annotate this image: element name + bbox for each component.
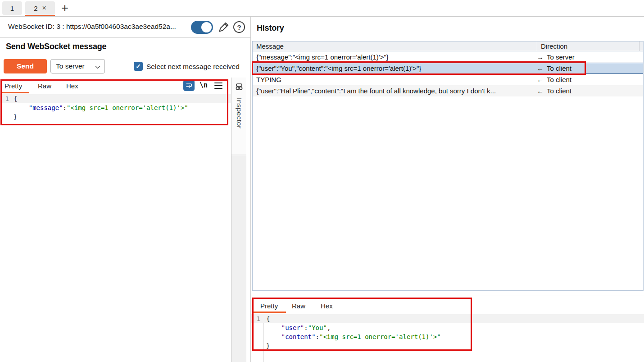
inspector-tab-label: Inspector	[235, 98, 243, 128]
direction-label: To client	[547, 87, 571, 95]
active-editor-tab-underline	[2, 92, 29, 93]
websocket-id-label: WebSocket ID: 3 : https://0a5f004603ac3a…	[8, 23, 176, 31]
select-next-message-label: Select next message received	[146, 63, 240, 71]
editor-tab-hex[interactable]: Hex	[66, 82, 78, 90]
arrow-left-icon: ←	[537, 76, 544, 83]
code-line[interactable]: 1{	[251, 314, 644, 323]
history-table-header: Message Direction	[253, 41, 643, 51]
edit-pencil-icon[interactable]	[217, 21, 230, 33]
editor-menu-icon[interactable]	[214, 82, 222, 89]
history-rows: {"message":"<img src=1 onerror='alert(1)…	[253, 51, 643, 96]
line-number	[251, 332, 260, 341]
selected-message-viewer[interactable]: 1{ "user":"You", "content":"<img src=1 o…	[251, 314, 644, 350]
arrow-left-icon: ←	[537, 87, 544, 95]
connection-toggle[interactable]	[191, 21, 213, 34]
direction-dropdown-value: To server	[56, 62, 85, 70]
direction-label: To client	[547, 76, 571, 83]
send-button[interactable]: Send	[4, 59, 47, 73]
editor-tab-raw[interactable]: Raw	[38, 82, 51, 90]
viewer-tab-pretty[interactable]: Pretty	[260, 302, 278, 310]
viewer-tab-raw[interactable]: Raw	[292, 302, 305, 310]
history-direction-cell: →To server	[537, 53, 643, 61]
code-line[interactable]: }	[251, 341, 644, 350]
send-message-editor[interactable]: 1{ "message":"<img src=1 onerror='alert(…	[0, 94, 231, 121]
history-row[interactable]: {"user":"Hal Pline","content":"I am the …	[253, 85, 643, 96]
history-message-cell: {"message":"<img src=1 onerror='alert(1)…	[253, 53, 537, 61]
code-line[interactable]: "user":"You",	[251, 323, 644, 332]
column-header-direction[interactable]: Direction	[537, 41, 639, 51]
tab-label: 2	[34, 5, 37, 12]
viewer-tab-hex[interactable]: Hex	[321, 302, 333, 310]
websocket-id-bar: WebSocket ID: 3 : https://0a5f004603ac3a…	[0, 17, 250, 38]
line-number: 1	[251, 314, 260, 323]
panel-split-divider[interactable]	[250, 17, 251, 362]
gutter-divider	[11, 93, 11, 362]
repeater-tab-2[interactable]: 2 ×	[25, 1, 55, 15]
history-viewer-divider[interactable]	[251, 295, 644, 295]
history-table: Message Direction {"message":"<img src=1…	[252, 41, 644, 291]
line-number	[0, 112, 9, 121]
show-newlines-button[interactable]: \n	[200, 81, 208, 89]
line-number: 1	[0, 94, 9, 103]
column-header-spacer	[639, 41, 643, 51]
line-number	[251, 323, 260, 332]
history-direction-cell: ←To client	[537, 64, 643, 72]
history-message-cell: {"user":"You","content":"<img src=1 oner…	[253, 64, 537, 72]
direction-label: To client	[547, 64, 571, 72]
checkmark-icon: ✓	[136, 63, 141, 70]
select-next-message-checkbox[interactable]: ✓	[134, 62, 143, 71]
history-direction-cell: ←To client	[537, 76, 643, 83]
inspector-sidebar: Inspector	[231, 78, 246, 362]
line-number	[0, 103, 9, 112]
close-tab-icon[interactable]: ×	[42, 5, 46, 12]
code-line[interactable]: "content":"<img src=1 onerror='alert(1)'…	[251, 332, 644, 341]
editor-tab-pretty[interactable]: Pretty	[5, 82, 22, 90]
direction-label: To server	[547, 53, 575, 61]
inspector-glasses-icon	[234, 82, 244, 92]
code-line[interactable]: }	[0, 112, 231, 121]
code-line[interactable]: 1{	[0, 94, 231, 103]
repeater-tab-1[interactable]: 1	[2, 1, 22, 15]
help-icon[interactable]: ?	[233, 21, 245, 33]
chevron-down-icon	[95, 65, 100, 69]
column-header-message[interactable]: Message	[253, 41, 537, 51]
history-direction-cell: ←To client	[537, 87, 643, 95]
history-row[interactable]: {"user":"You","content":"<img src=1 oner…	[253, 63, 643, 74]
inspector-tab[interactable]: Inspector	[231, 78, 246, 155]
history-message-cell: TYPING	[253, 76, 537, 83]
code-line[interactable]: "message":"<img src=1 onerror='alert(1)'…	[0, 103, 231, 112]
history-row[interactable]: TYPING←To client	[253, 74, 643, 85]
active-viewer-tab-underline	[253, 312, 286, 313]
burp-websocket-repeater-window: 1 2 × + WebSocket ID: 3 : https://0a5f00…	[0, 0, 644, 362]
tab-label: 1	[10, 5, 14, 12]
line-number	[251, 341, 260, 350]
direction-dropdown[interactable]: To server	[50, 59, 105, 73]
repeater-tab-bar: 1 2 × +	[0, 0, 644, 17]
word-wrap-toggle-icon[interactable]	[183, 80, 195, 91]
active-tab-underline	[25, 15, 55, 16]
toggle-knob	[201, 22, 212, 32]
history-row[interactable]: {"message":"<img src=1 onerror='alert(1)…	[253, 51, 643, 63]
history-message-cell: {"user":"Hal Pline","content":"I am the …	[253, 87, 537, 95]
send-section-title: Send WebSocket message	[6, 42, 106, 51]
arrow-right-icon: →	[537, 53, 544, 61]
history-title: History	[257, 23, 284, 33]
new-tab-button[interactable]: +	[58, 1, 72, 15]
arrow-left-icon: ←	[537, 64, 544, 72]
